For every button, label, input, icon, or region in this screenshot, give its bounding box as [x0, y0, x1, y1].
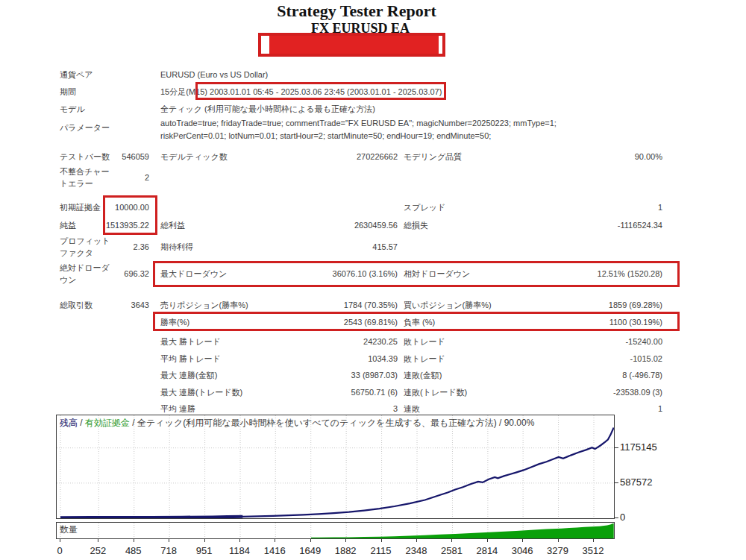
- x-axis-tick-label: 485: [125, 545, 142, 556]
- table-cell-label: 負率 (%): [404, 316, 435, 328]
- table-row: 初期証拠金10000.00スプレッド1: [0, 201, 746, 218]
- redaction-box: [258, 33, 445, 57]
- table-cell-label: 最大 連勝(トレード数): [160, 386, 242, 398]
- legend-separator: /: [130, 418, 137, 428]
- table-row: 通貨ペアEURUSD (Euro vs US Dollar): [0, 69, 746, 86]
- x-axis-tick-label: 1184: [229, 545, 250, 556]
- table-cell-value: -1015.02: [513, 353, 662, 365]
- table-cell-value: -23538.09 (3): [513, 386, 662, 398]
- table-row: 勝率(%)2543 (69.81%)負率 (%)1100 (30.19%): [0, 316, 746, 333]
- x-axis-tick-label: 2581: [441, 545, 463, 556]
- table-cell-value: 1784 (70.35%): [282, 299, 398, 311]
- table-row: 最大 連勝(金額)33 (8987.03)連敗(金額)8 (-496.78): [0, 369, 746, 386]
- strategy-tester-report-page: Strategy Tester Report FX EURUSD EA 通貨ペア…: [0, 0, 746, 560]
- table-row: 期間15分足(M15) 2003.01.01 05:45 - 2025.03.0…: [0, 86, 746, 103]
- x-axis-tick-label: 2814: [476, 545, 498, 556]
- table-cell-value: 1859 (69.28%): [513, 299, 662, 311]
- balance-chart: 残高 / 有効証拠金 / 全ティック(利用可能な最小時間枠を使いすべてのティック…: [56, 415, 615, 519]
- x-axis-tick-label: 1649: [299, 545, 321, 556]
- table-row: 不整合チャートエラー2: [0, 166, 746, 183]
- report-title: Strategy Tester Report: [0, 1, 713, 21]
- volume-area: [311, 523, 614, 538]
- table-cell-value: -1116524.34: [513, 219, 662, 231]
- table-cell-value: 3643: [67, 299, 149, 311]
- volume-chart: 数量: [56, 522, 615, 539]
- table-cell-value: 415.57: [282, 241, 398, 253]
- table-cell-label: スプレッド: [404, 201, 445, 213]
- x-axis-tick-label: 0: [57, 545, 62, 556]
- legend-separator: /: [78, 418, 85, 428]
- table-cell-label: モデル: [60, 103, 115, 115]
- table-cell-value: -15240.00: [513, 336, 662, 347]
- table-cell-label: 期待利得: [160, 241, 193, 253]
- table-cell-label: 期間: [60, 86, 115, 98]
- table-cell-value: 1: [513, 403, 662, 415]
- table-cell-label: パラメーター: [60, 122, 115, 133]
- table-cell-label: EURUSD (Euro vs US Dollar): [160, 69, 268, 81]
- legend-quality: 90.00%: [504, 418, 535, 428]
- table-cell-label: 売りポジション(勝率%): [160, 299, 248, 311]
- x-axis-tick: [60, 539, 60, 542]
- y-axis-tick: [614, 447, 618, 448]
- table-cell-value: 2630459.56: [282, 219, 398, 231]
- balance-line: [60, 517, 242, 517]
- x-axis-tick-label: 252: [90, 545, 106, 556]
- table-cell-value: 8 (-496.78): [513, 369, 662, 381]
- table-cell-label: 連敗(トレード数): [404, 386, 467, 398]
- x-axis-tick: [345, 539, 346, 542]
- table-cell-label: 平均 勝トレード: [160, 353, 221, 365]
- table-row: 最大 勝トレード24230.25敗トレード-15240.00: [0, 336, 746, 353]
- x-axis-tick-label: 2115: [371, 545, 392, 556]
- table-cell-label: 勝率(%): [160, 316, 189, 328]
- x-axis-tick-label: 3279: [547, 545, 568, 556]
- table-cell-value: 1100 (30.19%): [513, 316, 662, 328]
- x-axis-tick: [487, 539, 488, 542]
- table-cell-label: 連敗(金額): [404, 369, 442, 381]
- y-axis-tick: [614, 482, 618, 483]
- table-cell-value: 1: [513, 201, 662, 213]
- x-axis-tick: [134, 539, 134, 542]
- table-cell-value: 2.36: [67, 241, 149, 253]
- table-cell-label: 最大 勝トレード: [160, 336, 221, 347]
- table-cell-value: 2: [67, 172, 149, 183]
- table-cell-label: 連敗: [404, 403, 420, 415]
- table-cell-value: 33 (8987.03): [282, 369, 398, 381]
- table-cell-label: 相対ドローダウン: [404, 268, 470, 280]
- x-axis-tick: [558, 539, 559, 542]
- table-cell-value: 2543 (69.81%): [282, 316, 398, 328]
- table-cell-label: 総利益: [160, 219, 185, 231]
- table-cell-label: 平均 連勝: [160, 403, 195, 415]
- table-cell-value: 1513935.22: [67, 219, 149, 231]
- x-axis-tick-label: 1882: [335, 545, 357, 556]
- table-row: プロフィットファクタ2.36期待利得415.57: [0, 235, 746, 252]
- table-cell-value: 36076.10 (3.16%): [282, 268, 398, 280]
- y-axis-tick-label: 1175145: [620, 441, 657, 453]
- x-axis-tick-label: 2348: [406, 545, 427, 556]
- x-axis-tick: [451, 539, 452, 542]
- legend-equity-label: 有効証拠金: [85, 418, 130, 428]
- x-axis-tick-label: 718: [160, 545, 177, 556]
- x-axis-tick: [416, 539, 417, 542]
- table-cell-value: 24230.25: [282, 336, 398, 347]
- table-cell-value: 90.00%: [513, 151, 662, 163]
- x-axis-tick: [98, 539, 98, 542]
- table-row: 最大 連勝(トレード数)56750.71 (6)連敗(トレード数)-23538.…: [0, 386, 746, 403]
- legend-separator: /: [497, 418, 504, 428]
- table-cell-value: 270226662: [282, 151, 398, 163]
- table-cell-label: 最大ドローダウン: [160, 268, 227, 280]
- table-cell-label: 最大 連勝(金額): [160, 369, 217, 381]
- table-cell-label: 通貨ペア: [60, 69, 115, 81]
- table-row: 平均 勝トレード1034.39敗トレード-1015.02: [0, 353, 746, 370]
- table-cell-label: autoTrade=true; fridayTrade=true; commen…: [160, 117, 624, 142]
- table-cell-label: 買いポジション(勝率%): [404, 299, 492, 311]
- x-axis-tick: [522, 539, 523, 542]
- table-cell-value: 546059: [67, 151, 149, 163]
- table-cell-value: 1034.39: [282, 353, 398, 365]
- table-row: 総取引数3643売りポジション(勝率%)1784 (70.35%)買いポジション…: [0, 299, 746, 316]
- x-axis-tick-label: 3046: [512, 545, 533, 556]
- table-cell-value: 12.51% (1520.28): [513, 268, 662, 280]
- table-row: 純益1513935.22総利益2630459.56総損失-1116524.34: [0, 219, 746, 236]
- table-row: パラメーターautoTrade=true; fridayTrade=true; …: [0, 117, 746, 134]
- x-axis-tick-label: 1416: [264, 545, 286, 556]
- x-axis-tick-label: 3512: [583, 545, 604, 556]
